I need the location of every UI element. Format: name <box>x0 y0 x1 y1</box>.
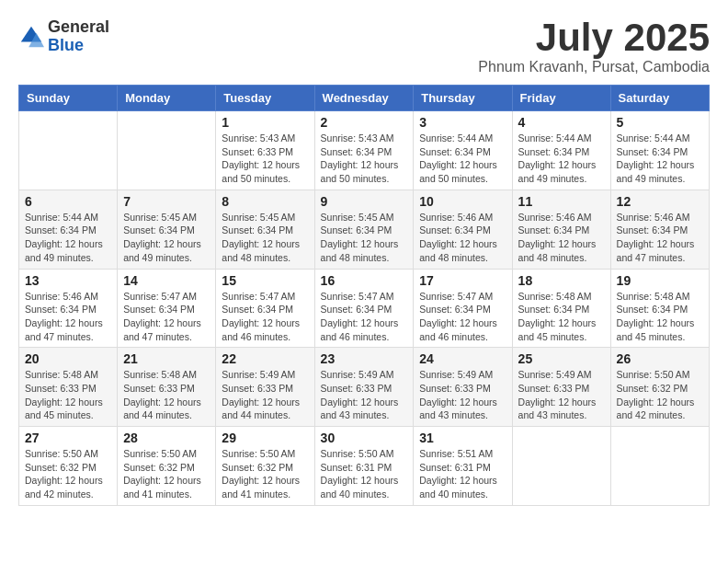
logo-general-text: General <box>48 17 109 36</box>
day-number: 21 <box>123 351 210 366</box>
day-info: Sunrise: 5:49 AMSunset: 6:33 PMDaylight:… <box>222 368 308 422</box>
calendar-cell: 1Sunrise: 5:43 AMSunset: 6:33 PMDaylight… <box>216 111 314 190</box>
calendar-cell <box>19 111 118 190</box>
calendar-cell: 21Sunrise: 5:48 AMSunset: 6:33 PMDayligh… <box>118 348 216 427</box>
day-info: Sunrise: 5:45 AMSunset: 6:34 PMDaylight:… <box>222 211 308 265</box>
calendar-day-header: Friday <box>512 86 610 111</box>
day-number: 14 <box>123 273 210 288</box>
calendar-cell: 25Sunrise: 5:49 AMSunset: 6:33 PMDayligh… <box>512 348 610 427</box>
calendar-week-row: 27Sunrise: 5:50 AMSunset: 6:32 PMDayligh… <box>19 427 710 506</box>
day-number: 22 <box>222 351 308 366</box>
day-info: Sunrise: 5:44 AMSunset: 6:34 PMDaylight:… <box>617 132 703 186</box>
day-number: 24 <box>419 351 506 366</box>
day-info: Sunrise: 5:46 AMSunset: 6:34 PMDaylight:… <box>617 211 703 265</box>
day-info: Sunrise: 5:44 AMSunset: 6:34 PMDaylight:… <box>419 132 506 186</box>
day-number: 25 <box>518 351 605 366</box>
calendar-cell: 10Sunrise: 5:46 AMSunset: 6:34 PMDayligh… <box>414 190 512 269</box>
calendar-cell: 14Sunrise: 5:47 AMSunset: 6:34 PMDayligh… <box>118 269 216 348</box>
day-info: Sunrise: 5:44 AMSunset: 6:34 PMDaylight:… <box>25 211 111 265</box>
calendar-cell: 27Sunrise: 5:50 AMSunset: 6:32 PMDayligh… <box>19 427 118 506</box>
day-info: Sunrise: 5:48 AMSunset: 6:33 PMDaylight:… <box>123 368 210 422</box>
calendar-week-row: 1Sunrise: 5:43 AMSunset: 6:33 PMDaylight… <box>19 111 710 190</box>
calendar-cell: 15Sunrise: 5:47 AMSunset: 6:34 PMDayligh… <box>216 269 314 348</box>
day-number: 29 <box>222 431 308 445</box>
day-info: Sunrise: 5:46 AMSunset: 6:34 PMDaylight:… <box>25 290 111 344</box>
calendar-table: SundayMondayTuesdayWednesdayThursdayFrid… <box>18 85 710 506</box>
calendar-cell: 6Sunrise: 5:44 AMSunset: 6:34 PMDaylight… <box>19 190 118 269</box>
day-info: Sunrise: 5:47 AMSunset: 6:34 PMDaylight:… <box>222 290 308 344</box>
day-info: Sunrise: 5:51 AMSunset: 6:31 PMDaylight:… <box>419 447 506 501</box>
calendar-cell: 13Sunrise: 5:46 AMSunset: 6:34 PMDayligh… <box>19 269 118 348</box>
day-info: Sunrise: 5:50 AMSunset: 6:32 PMDaylight:… <box>25 447 111 501</box>
day-info: Sunrise: 5:50 AMSunset: 6:32 PMDaylight:… <box>222 447 308 501</box>
day-number: 28 <box>123 431 210 445</box>
location-title: Phnum Kravanh, Pursat, Cambodia <box>478 59 710 75</box>
day-info: Sunrise: 5:48 AMSunset: 6:34 PMDaylight:… <box>617 290 703 344</box>
day-info: Sunrise: 5:46 AMSunset: 6:34 PMDaylight:… <box>419 211 506 265</box>
title-section: July 2025 Phnum Kravanh, Pursat, Cambodi… <box>478 18 710 75</box>
calendar-cell <box>118 111 216 190</box>
day-number: 8 <box>222 194 308 209</box>
day-number: 12 <box>617 194 703 209</box>
month-title: July 2025 <box>478 18 710 57</box>
day-info: Sunrise: 5:48 AMSunset: 6:33 PMDaylight:… <box>25 368 111 422</box>
day-number: 18 <box>518 273 605 288</box>
day-number: 15 <box>222 273 308 288</box>
calendar-cell: 3Sunrise: 5:44 AMSunset: 6:34 PMDaylight… <box>414 111 512 190</box>
logo-blue-text: Blue <box>48 36 84 54</box>
calendar-day-header: Thursday <box>414 86 512 111</box>
day-info: Sunrise: 5:43 AMSunset: 6:33 PMDaylight:… <box>222 132 308 186</box>
day-info: Sunrise: 5:48 AMSunset: 6:34 PMDaylight:… <box>518 290 605 344</box>
day-info: Sunrise: 5:44 AMSunset: 6:34 PMDaylight:… <box>518 132 605 186</box>
day-info: Sunrise: 5:46 AMSunset: 6:34 PMDaylight:… <box>518 211 605 265</box>
calendar-cell: 26Sunrise: 5:50 AMSunset: 6:32 PMDayligh… <box>610 348 709 427</box>
page-wrapper: General Blue July 2025 Phnum Kravanh, Pu… <box>18 18 710 506</box>
day-number: 31 <box>419 431 506 445</box>
calendar-cell: 31Sunrise: 5:51 AMSunset: 6:31 PMDayligh… <box>414 427 512 506</box>
day-number: 16 <box>321 273 408 288</box>
calendar-day-header: Tuesday <box>216 86 314 111</box>
calendar-cell: 29Sunrise: 5:50 AMSunset: 6:32 PMDayligh… <box>216 427 314 506</box>
calendar-cell <box>610 427 709 506</box>
logo-text: General Blue <box>48 18 109 55</box>
calendar-cell: 17Sunrise: 5:47 AMSunset: 6:34 PMDayligh… <box>414 269 512 348</box>
calendar-cell: 18Sunrise: 5:48 AMSunset: 6:34 PMDayligh… <box>512 269 610 348</box>
logo-icon <box>18 24 44 50</box>
day-number: 1 <box>222 115 308 130</box>
calendar-cell: 30Sunrise: 5:50 AMSunset: 6:31 PMDayligh… <box>314 427 414 506</box>
day-number: 2 <box>321 115 408 130</box>
calendar-cell: 16Sunrise: 5:47 AMSunset: 6:34 PMDayligh… <box>314 269 414 348</box>
calendar-cell: 12Sunrise: 5:46 AMSunset: 6:34 PMDayligh… <box>610 190 709 269</box>
calendar-cell: 7Sunrise: 5:45 AMSunset: 6:34 PMDaylight… <box>118 190 216 269</box>
calendar-cell: 20Sunrise: 5:48 AMSunset: 6:33 PMDayligh… <box>19 348 118 427</box>
calendar-cell: 22Sunrise: 5:49 AMSunset: 6:33 PMDayligh… <box>216 348 314 427</box>
calendar-cell: 9Sunrise: 5:45 AMSunset: 6:34 PMDaylight… <box>314 190 414 269</box>
day-number: 6 <box>25 194 111 209</box>
calendar-week-row: 6Sunrise: 5:44 AMSunset: 6:34 PMDaylight… <box>19 190 710 269</box>
calendar-cell <box>512 427 610 506</box>
day-info: Sunrise: 5:50 AMSunset: 6:32 PMDaylight:… <box>617 368 703 422</box>
day-number: 11 <box>518 194 605 209</box>
calendar-cell: 23Sunrise: 5:49 AMSunset: 6:33 PMDayligh… <box>314 348 414 427</box>
day-info: Sunrise: 5:49 AMSunset: 6:33 PMDaylight:… <box>419 368 506 422</box>
logo: General Blue <box>18 18 109 55</box>
day-info: Sunrise: 5:47 AMSunset: 6:34 PMDaylight:… <box>419 290 506 344</box>
calendar-cell: 8Sunrise: 5:45 AMSunset: 6:34 PMDaylight… <box>216 190 314 269</box>
day-number: 23 <box>321 351 408 366</box>
day-info: Sunrise: 5:47 AMSunset: 6:34 PMDaylight:… <box>321 290 408 344</box>
calendar-cell: 4Sunrise: 5:44 AMSunset: 6:34 PMDaylight… <box>512 111 610 190</box>
calendar-day-header: Wednesday <box>314 86 414 111</box>
day-info: Sunrise: 5:45 AMSunset: 6:34 PMDaylight:… <box>321 211 408 265</box>
day-number: 13 <box>25 273 111 288</box>
calendar-day-header: Saturday <box>610 86 709 111</box>
day-number: 4 <box>518 115 605 130</box>
calendar-day-header: Sunday <box>19 86 118 111</box>
calendar-cell: 5Sunrise: 5:44 AMSunset: 6:34 PMDaylight… <box>610 111 709 190</box>
day-info: Sunrise: 5:47 AMSunset: 6:34 PMDaylight:… <box>123 290 210 344</box>
day-number: 10 <box>419 194 506 209</box>
day-number: 9 <box>321 194 408 209</box>
calendar-week-row: 13Sunrise: 5:46 AMSunset: 6:34 PMDayligh… <box>19 269 710 348</box>
day-number: 7 <box>123 194 210 209</box>
day-number: 17 <box>419 273 506 288</box>
day-number: 26 <box>617 351 703 366</box>
